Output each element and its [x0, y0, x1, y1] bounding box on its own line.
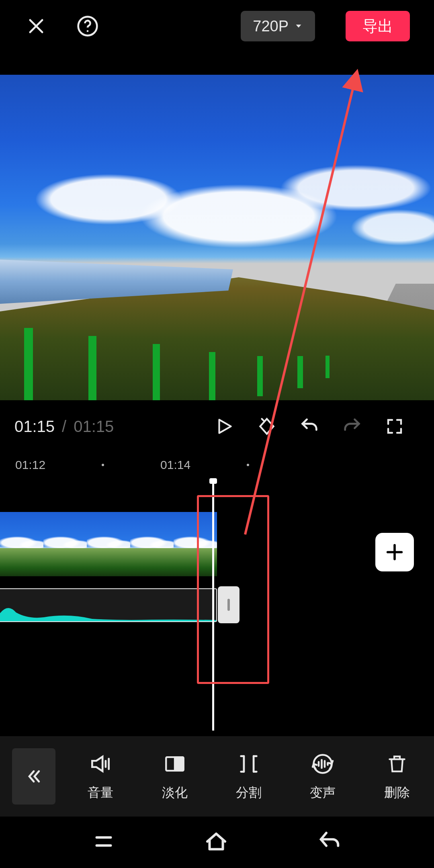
tool-volume[interactable]: 音量 — [63, 736, 137, 817]
ruler-tick: 01:14 — [160, 458, 190, 472]
fullscreen-button[interactable] — [375, 407, 414, 446]
nav-back-button[interactable] — [317, 829, 342, 856]
collapse-toolbar-button[interactable] — [12, 748, 55, 805]
svg-marker-4 — [219, 420, 231, 433]
home-icon — [203, 828, 229, 855]
fade-icon — [163, 751, 186, 777]
play-button[interactable] — [205, 407, 244, 446]
trash-icon — [386, 751, 408, 777]
video-preview[interactable] — [0, 75, 434, 400]
split-icon — [237, 751, 260, 777]
clip-thumbnail — [130, 512, 174, 576]
tool-label: 分割 — [236, 784, 262, 802]
playback-controls: 01:15 / 01:15 — [0, 400, 434, 452]
voice-change-icon — [311, 751, 335, 777]
ruler-tick: 01:12 — [15, 458, 45, 472]
audio-waveform — [0, 601, 216, 621]
chevron-double-left-icon — [25, 768, 43, 785]
current-time: 01:15 — [14, 418, 55, 436]
export-label: 导出 — [362, 16, 393, 37]
help-button[interactable] — [72, 10, 104, 42]
tool-split[interactable]: 分割 — [212, 736, 286, 817]
ruler-dot — [247, 464, 249, 466]
redo-button[interactable] — [333, 407, 371, 446]
tool-delete[interactable]: 删除 — [360, 736, 434, 817]
timeline[interactable]: 01:12 01:14 — [0, 452, 434, 739]
plus-icon — [384, 542, 405, 563]
undo-button[interactable] — [290, 407, 329, 446]
back-icon — [317, 829, 342, 854]
close-button[interactable] — [20, 10, 52, 42]
clip-thumbnail — [0, 512, 43, 576]
video-track[interactable] — [0, 512, 217, 576]
clip-thumbnail — [43, 512, 87, 576]
nav-home-button[interactable] — [203, 828, 229, 856]
preview-clouds — [0, 143, 434, 256]
nav-recents-button[interactable] — [92, 829, 116, 855]
volume-icon — [88, 751, 113, 777]
menu-icon — [92, 829, 116, 854]
tool-fade[interactable]: 淡化 — [137, 736, 211, 817]
clip-thumbnail — [87, 512, 130, 576]
export-button[interactable]: 导出 — [346, 11, 410, 41]
keyframe-button[interactable] — [248, 407, 286, 446]
tool-label: 音量 — [88, 784, 113, 802]
clip-thumbnail — [174, 512, 217, 576]
tool-label: 变声 — [310, 784, 336, 802]
resolution-label: 720P — [253, 18, 289, 35]
edit-toolbar: 音量 淡化 分割 — [0, 736, 434, 817]
tool-voice[interactable]: 变声 — [286, 736, 360, 817]
duration: 01:15 — [74, 418, 114, 436]
tool-label: 删除 — [384, 784, 410, 802]
playhead[interactable] — [212, 481, 214, 731]
ruler-dot — [102, 464, 104, 466]
resolution-selector[interactable]: 720P — [241, 11, 315, 41]
tool-label: 淡化 — [162, 784, 188, 802]
timeline-ruler: 01:12 01:14 — [0, 452, 434, 477]
top-bar: 720P 导出 — [0, 0, 434, 52]
time-separator: / — [59, 418, 70, 436]
system-nav-bar — [0, 817, 434, 868]
svg-point-3 — [87, 30, 89, 32]
clip-trim-handle[interactable] — [218, 586, 240, 623]
audio-track[interactable] — [0, 588, 217, 622]
chevron-down-icon — [294, 22, 303, 31]
add-clip-button[interactable] — [375, 533, 414, 571]
